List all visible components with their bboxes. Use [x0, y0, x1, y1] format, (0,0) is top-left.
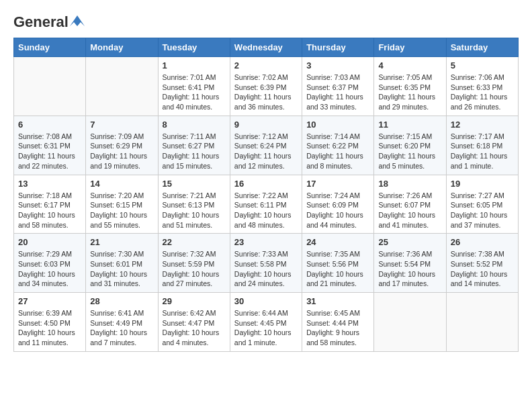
day-info: Sunrise: 7:05 AM Sunset: 6:35 PM Dayligh… [378, 73, 441, 112]
day-number: 10 [306, 120, 369, 130]
calendar-cell: 16Sunrise: 7:22 AM Sunset: 6:11 PM Dayli… [230, 175, 302, 234]
day-number: 24 [306, 237, 369, 247]
calendar-cell: 26Sunrise: 7:38 AM Sunset: 5:52 PM Dayli… [446, 234, 518, 293]
day-info: Sunrise: 7:29 AM Sunset: 6:03 PM Dayligh… [18, 249, 81, 289]
day-number: 31 [306, 296, 369, 306]
calendar-cell: 14Sunrise: 7:20 AM Sunset: 6:15 PM Dayli… [86, 175, 158, 234]
calendar-table: SundayMondayTuesdayWednesdayThursdayFrid… [13, 38, 519, 352]
day-info: Sunrise: 7:36 AM Sunset: 5:54 PM Dayligh… [378, 249, 441, 289]
day-number: 8 [163, 120, 226, 130]
day-info: Sunrise: 7:06 AM Sunset: 6:33 PM Dayligh… [451, 73, 514, 112]
calendar-cell: 10Sunrise: 7:14 AM Sunset: 6:22 PM Dayli… [302, 116, 374, 175]
calendar-cell: 23Sunrise: 7:33 AM Sunset: 5:58 PM Dayli… [230, 234, 302, 293]
day-header-wednesday: Wednesday [230, 38, 302, 57]
day-info: Sunrise: 7:33 AM Sunset: 5:58 PM Dayligh… [234, 249, 298, 289]
day-info: Sunrise: 6:45 AM Sunset: 4:44 PM Dayligh… [306, 308, 369, 348]
calendar-week-row: 20Sunrise: 7:29 AM Sunset: 6:03 PM Dayli… [14, 234, 519, 293]
day-number: 26 [451, 237, 514, 247]
day-info: Sunrise: 7:09 AM Sunset: 6:29 PM Dayligh… [90, 132, 153, 171]
calendar-cell: 3Sunrise: 7:03 AM Sunset: 6:37 PM Daylig… [302, 57, 374, 116]
day-info: Sunrise: 7:27 AM Sunset: 6:05 PM Dayligh… [451, 191, 514, 230]
day-info: Sunrise: 7:11 AM Sunset: 6:27 PM Dayligh… [163, 132, 226, 171]
day-number: 2 [234, 60, 298, 71]
day-number: 29 [163, 296, 226, 306]
day-info: Sunrise: 7:17 AM Sunset: 6:18 PM Dayligh… [451, 132, 514, 171]
day-number: 12 [451, 120, 514, 130]
calendar-cell: 5Sunrise: 7:06 AM Sunset: 6:33 PM Daylig… [446, 57, 518, 116]
day-header-sunday: Sunday [14, 38, 86, 57]
day-number: 23 [234, 237, 298, 247]
logo-general: General [13, 13, 69, 31]
day-info: Sunrise: 6:41 AM Sunset: 4:49 PM Dayligh… [90, 308, 153, 348]
day-number: 15 [163, 179, 226, 189]
day-header-tuesday: Tuesday [158, 38, 230, 57]
calendar-cell: 6Sunrise: 7:08 AM Sunset: 6:31 PM Daylig… [14, 116, 86, 175]
logo-icon [70, 15, 85, 26]
day-info: Sunrise: 7:24 AM Sunset: 6:09 PM Dayligh… [306, 191, 369, 230]
calendar-cell [446, 293, 518, 352]
calendar-cell: 1Sunrise: 7:01 AM Sunset: 6:41 PM Daylig… [158, 57, 230, 116]
day-number: 3 [306, 60, 369, 71]
calendar-cell: 7Sunrise: 7:09 AM Sunset: 6:29 PM Daylig… [86, 116, 158, 175]
day-info: Sunrise: 7:14 AM Sunset: 6:22 PM Dayligh… [306, 132, 369, 171]
calendar-cell [374, 293, 446, 352]
day-info: Sunrise: 7:20 AM Sunset: 6:15 PM Dayligh… [90, 191, 153, 230]
calendar-week-row: 1Sunrise: 7:01 AM Sunset: 6:41 PM Daylig… [14, 57, 519, 116]
calendar-cell: 15Sunrise: 7:21 AM Sunset: 6:13 PM Dayli… [158, 175, 230, 234]
day-number: 6 [18, 120, 81, 130]
day-header-monday: Monday [86, 38, 158, 57]
day-info: Sunrise: 6:39 AM Sunset: 4:50 PM Dayligh… [18, 308, 81, 348]
calendar-cell: 22Sunrise: 7:32 AM Sunset: 5:59 PM Dayli… [158, 234, 230, 293]
calendar-cell: 21Sunrise: 7:30 AM Sunset: 6:01 PM Dayli… [86, 234, 158, 293]
day-header-saturday: Saturday [446, 38, 518, 57]
calendar-cell: 25Sunrise: 7:36 AM Sunset: 5:54 PM Dayli… [374, 234, 446, 293]
day-number: 11 [378, 120, 441, 130]
calendar-cell: 31Sunrise: 6:45 AM Sunset: 4:44 PM Dayli… [302, 293, 374, 352]
header: General [13, 13, 519, 27]
day-number: 28 [90, 296, 153, 306]
calendar-cell: 13Sunrise: 7:18 AM Sunset: 6:17 PM Dayli… [14, 175, 86, 234]
calendar-cell: 17Sunrise: 7:24 AM Sunset: 6:09 PM Dayli… [302, 175, 374, 234]
day-number: 27 [18, 296, 81, 306]
day-number: 4 [378, 60, 441, 71]
day-number: 17 [306, 179, 369, 189]
day-header-thursday: Thursday [302, 38, 374, 57]
day-info: Sunrise: 7:30 AM Sunset: 6:01 PM Dayligh… [90, 249, 153, 289]
day-info: Sunrise: 7:38 AM Sunset: 5:52 PM Dayligh… [451, 249, 514, 289]
day-number: 22 [163, 237, 226, 247]
day-info: Sunrise: 7:26 AM Sunset: 6:07 PM Dayligh… [378, 191, 441, 230]
calendar-cell: 28Sunrise: 6:41 AM Sunset: 4:49 PM Dayli… [86, 293, 158, 352]
calendar-cell: 30Sunrise: 6:44 AM Sunset: 4:45 PM Dayli… [230, 293, 302, 352]
day-info: Sunrise: 7:32 AM Sunset: 5:59 PM Dayligh… [163, 249, 226, 289]
day-number: 13 [18, 179, 81, 189]
calendar-cell: 20Sunrise: 7:29 AM Sunset: 6:03 PM Dayli… [14, 234, 86, 293]
day-number: 7 [90, 120, 153, 130]
day-number: 1 [163, 60, 226, 71]
day-info: Sunrise: 7:08 AM Sunset: 6:31 PM Dayligh… [18, 132, 81, 171]
calendar-cell: 4Sunrise: 7:05 AM Sunset: 6:35 PM Daylig… [374, 57, 446, 116]
day-info: Sunrise: 7:01 AM Sunset: 6:41 PM Dayligh… [163, 73, 226, 112]
calendar-cell: 2Sunrise: 7:02 AM Sunset: 6:39 PM Daylig… [230, 57, 302, 116]
logo: General [13, 13, 85, 27]
day-info: Sunrise: 7:15 AM Sunset: 6:20 PM Dayligh… [378, 132, 441, 171]
calendar-cell: 27Sunrise: 6:39 AM Sunset: 4:50 PM Dayli… [14, 293, 86, 352]
day-info: Sunrise: 7:21 AM Sunset: 6:13 PM Dayligh… [163, 191, 226, 230]
calendar-cell: 9Sunrise: 7:12 AM Sunset: 6:24 PM Daylig… [230, 116, 302, 175]
calendar-week-row: 6Sunrise: 7:08 AM Sunset: 6:31 PM Daylig… [14, 116, 519, 175]
calendar-cell: 18Sunrise: 7:26 AM Sunset: 6:07 PM Dayli… [374, 175, 446, 234]
calendar-header-row: SundayMondayTuesdayWednesdayThursdayFrid… [14, 38, 519, 57]
day-number: 19 [451, 179, 514, 189]
day-number: 21 [90, 237, 153, 247]
calendar-week-row: 27Sunrise: 6:39 AM Sunset: 4:50 PM Dayli… [14, 293, 519, 352]
day-info: Sunrise: 6:44 AM Sunset: 4:45 PM Dayligh… [234, 308, 298, 348]
day-number: 18 [378, 179, 441, 189]
calendar-week-row: 13Sunrise: 7:18 AM Sunset: 6:17 PM Dayli… [14, 175, 519, 234]
day-number: 30 [234, 296, 298, 306]
day-number: 16 [234, 179, 298, 189]
day-info: Sunrise: 6:42 AM Sunset: 4:47 PM Dayligh… [163, 308, 226, 348]
day-info: Sunrise: 7:12 AM Sunset: 6:24 PM Dayligh… [234, 132, 298, 171]
day-info: Sunrise: 7:22 AM Sunset: 6:11 PM Dayligh… [234, 191, 298, 230]
day-header-friday: Friday [374, 38, 446, 57]
calendar-cell: 12Sunrise: 7:17 AM Sunset: 6:18 PM Dayli… [446, 116, 518, 175]
calendar-cell [14, 57, 86, 116]
